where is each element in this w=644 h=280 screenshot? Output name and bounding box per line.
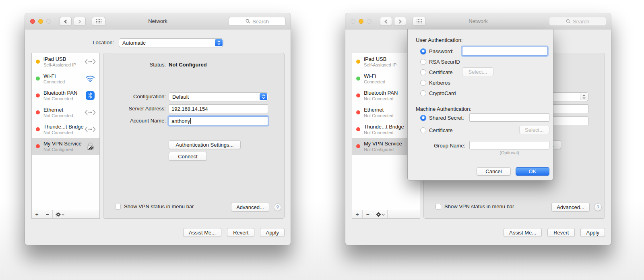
status-dot bbox=[356, 110, 360, 114]
show-all-button[interactable] bbox=[92, 17, 105, 26]
minimize-button[interactable] bbox=[359, 19, 363, 24]
status-dot bbox=[356, 93, 360, 97]
group-name-label: Group Name: bbox=[416, 143, 465, 149]
forward-button[interactable] bbox=[394, 17, 406, 26]
shared-secret-radio[interactable] bbox=[420, 115, 426, 121]
add-service-button[interactable]: + bbox=[32, 210, 42, 218]
search-placeholder: Search bbox=[252, 19, 269, 25]
location-dropdown[interactable]: Automatic bbox=[119, 38, 223, 47]
password-label: Password: bbox=[429, 48, 454, 54]
status-dot bbox=[36, 93, 40, 97]
sidebar-item-ipad-usb[interactable]: iPad USBSelf-Assigned IP bbox=[32, 53, 99, 70]
minimize-button[interactable] bbox=[38, 19, 43, 24]
zoom-button[interactable] bbox=[46, 19, 51, 24]
status-dot bbox=[356, 144, 360, 148]
certificate-select-button[interactable]: Select... bbox=[462, 67, 493, 76]
rsa-securid-radio[interactable] bbox=[420, 59, 426, 65]
revert-button[interactable]: Revert bbox=[227, 228, 254, 237]
service-status: Connected bbox=[364, 79, 385, 85]
traffic-lights bbox=[351, 19, 372, 24]
advanced-button[interactable]: Advanced... bbox=[551, 203, 590, 212]
service-name: My VPN Service bbox=[43, 141, 82, 147]
wifi-icon bbox=[83, 75, 97, 82]
service-name: Bluetooth PAN bbox=[364, 90, 398, 96]
forward-button[interactable] bbox=[74, 17, 86, 26]
remove-service-button[interactable]: − bbox=[42, 210, 53, 218]
machine-certificate-radio[interactable] bbox=[420, 127, 426, 133]
service-status: Connected bbox=[43, 79, 65, 85]
server-address-field[interactable]: 192.168.14.154 bbox=[169, 104, 268, 113]
close-button[interactable] bbox=[351, 19, 355, 24]
ok-button[interactable]: OK bbox=[516, 167, 549, 176]
traffic-lights bbox=[30, 19, 51, 24]
show-vpn-status-checkbox[interactable] bbox=[115, 204, 121, 209]
shared-secret-label: Shared Secret: bbox=[429, 115, 464, 121]
zoom-button[interactable] bbox=[367, 19, 372, 24]
authentication-settings-sheet: User Authentication: Password: RSA Secur… bbox=[407, 29, 553, 180]
remove-service-button[interactable]: − bbox=[363, 210, 373, 218]
show-vpn-status-checkbox[interactable] bbox=[436, 204, 441, 209]
certificate-radio[interactable] bbox=[420, 69, 426, 75]
machine-certificate-select-button[interactable]: Select... bbox=[519, 126, 549, 134]
show-all-button[interactable] bbox=[412, 17, 426, 26]
sidebar-item-wifi[interactable]: Wi-FiConnected bbox=[32, 70, 99, 87]
cancel-button[interactable]: Cancel bbox=[477, 167, 511, 176]
shared-secret-field[interactable] bbox=[469, 113, 549, 122]
show-vpn-status-label: Show VPN status in menu bar bbox=[124, 203, 194, 209]
gear-icon bbox=[56, 212, 61, 217]
revert-button[interactable]: Revert bbox=[547, 228, 575, 237]
configuration-dropdown[interactable]: Default bbox=[169, 92, 268, 101]
sidebar-item-ethernet[interactable]: EthernetNot Connected bbox=[32, 104, 99, 121]
close-button[interactable] bbox=[30, 19, 35, 24]
service-name: iPad USB bbox=[364, 56, 396, 62]
advanced-button[interactable]: Advanced... bbox=[231, 203, 269, 212]
back-button[interactable] bbox=[60, 17, 72, 26]
password-field[interactable] bbox=[462, 47, 547, 56]
service-actions-button[interactable] bbox=[373, 210, 388, 218]
back-button[interactable] bbox=[380, 17, 392, 26]
assist-me-button[interactable]: Assist Me... bbox=[504, 228, 542, 237]
machine-certificate-label: Certificate bbox=[429, 127, 453, 133]
apply-button[interactable]: Apply bbox=[260, 228, 285, 237]
status-value: Not Configured bbox=[169, 62, 207, 68]
ethernet-icon bbox=[83, 58, 97, 65]
add-service-button[interactable]: + bbox=[352, 210, 363, 218]
status-dot bbox=[356, 77, 360, 81]
footer-buttons: Assist Me... Revert Apply bbox=[183, 228, 285, 237]
grid-icon bbox=[416, 19, 422, 24]
sidebar-item-bluetooth-pan[interactable]: Bluetooth PANNot Connected bbox=[32, 87, 99, 104]
sidebar-item-thunderbolt-bridge[interactable]: Thunde...t BridgeNot Connected bbox=[32, 121, 99, 138]
service-name: Thunde...t Bridge bbox=[364, 124, 404, 130]
service-name: Bluetooth PAN bbox=[43, 90, 77, 96]
user-authentication-label: User Authentication: bbox=[416, 37, 462, 43]
kerberos-radio[interactable] bbox=[420, 80, 426, 86]
search-icon bbox=[246, 19, 250, 24]
sidebar-footer: + − bbox=[32, 210, 99, 218]
service-status: Not Connected bbox=[43, 130, 83, 135]
account-name-field[interactable]: anthony bbox=[169, 116, 268, 125]
authentication-settings-button[interactable]: Authentication Settings... bbox=[169, 140, 241, 149]
search-icon bbox=[566, 19, 571, 24]
connect-button[interactable]: Connect bbox=[169, 152, 207, 161]
search-placeholder: Search bbox=[573, 19, 589, 25]
help-button[interactable]: ? bbox=[274, 203, 281, 211]
password-radio[interactable] bbox=[420, 48, 426, 54]
search-input[interactable]: Search bbox=[229, 17, 286, 26]
sidebar-item-my-vpn-service[interactable]: My VPN ServiceNot Configured bbox=[32, 138, 99, 155]
apply-button[interactable]: Apply bbox=[580, 228, 605, 237]
help-button[interactable]: ? bbox=[594, 203, 602, 211]
cryptocard-radio[interactable] bbox=[420, 90, 426, 96]
service-actions-button[interactable] bbox=[53, 210, 67, 218]
service-status: Not Connected bbox=[364, 113, 393, 118]
configuration-value: Default bbox=[172, 94, 189, 100]
footer-buttons: Assist Me... Revert Apply bbox=[504, 228, 605, 237]
service-name: Wi-Fi bbox=[43, 73, 65, 79]
dropdown-stepper-icon bbox=[215, 39, 223, 46]
ethernet-icon bbox=[83, 126, 97, 133]
status-dot bbox=[356, 60, 360, 64]
configuration-label: Configuration: bbox=[103, 93, 166, 100]
assist-me-button[interactable]: Assist Me... bbox=[183, 228, 221, 237]
group-name-field[interactable] bbox=[469, 141, 549, 149]
search-input[interactable]: Search bbox=[549, 17, 606, 26]
service-status: Not Configured bbox=[364, 147, 402, 152]
